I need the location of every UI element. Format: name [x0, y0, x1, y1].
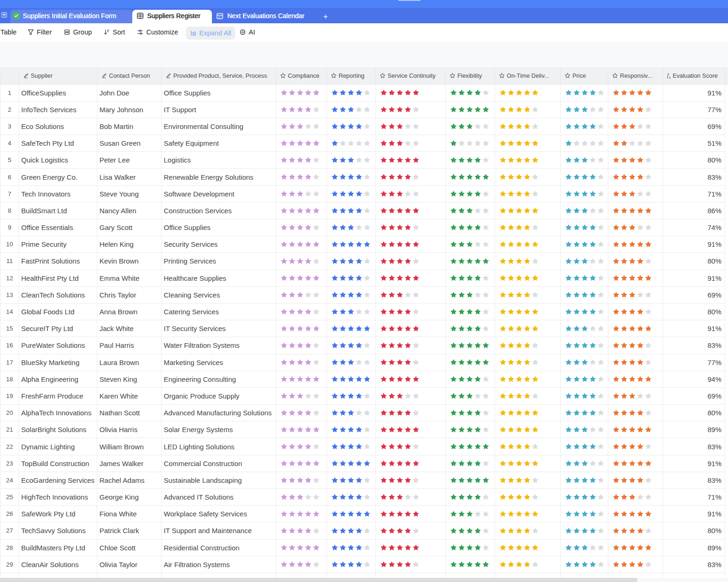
svg-text:AI: AI — [241, 30, 244, 34]
